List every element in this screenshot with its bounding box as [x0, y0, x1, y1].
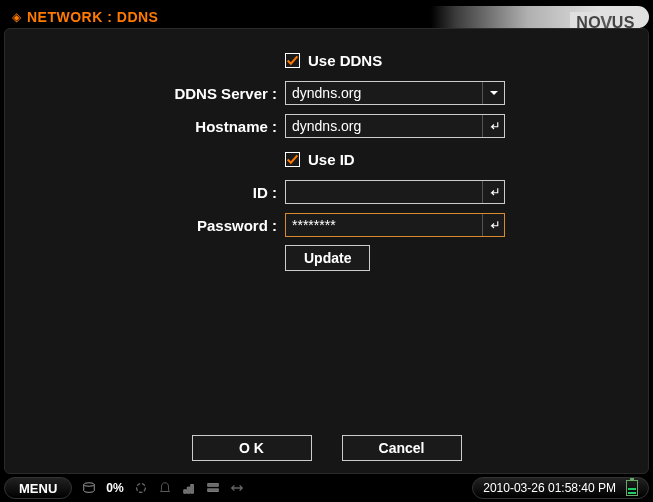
enter-icon [482, 115, 504, 137]
hostname-value: dyndns.org [286, 118, 482, 134]
svg-rect-3 [207, 489, 218, 492]
titlebar: ◈ NETWORK : DDNS NOVUS [4, 6, 649, 28]
ddns-server-value: dyndns.org [286, 85, 482, 101]
use-id-row: Use ID [25, 146, 628, 172]
use-ddns-checkbox[interactable] [285, 53, 300, 68]
seq-icon [206, 481, 220, 495]
cancel-button[interactable]: Cancel [342, 435, 462, 461]
id-label: ID : [25, 184, 285, 201]
password-label: Password : [25, 217, 285, 234]
spinner-icon [134, 481, 148, 495]
check-icon [286, 54, 299, 67]
password-input[interactable]: ******** [285, 213, 505, 237]
update-row: Update [25, 245, 628, 271]
hostname-label: Hostname : [25, 118, 285, 135]
ddns-server-row: DDNS Server : dyndns.org [25, 80, 628, 106]
update-button[interactable]: Update [285, 245, 370, 271]
disk-icon [82, 481, 96, 495]
svg-point-0 [84, 483, 95, 487]
enter-icon [482, 181, 504, 203]
statusbar: MENU 0% 2010-03-26 01:58:40 PM [4, 476, 649, 500]
status-indicators: 0% [72, 481, 472, 495]
check-icon [286, 153, 299, 166]
status-datetime-area: 2010-03-26 01:58:40 PM [472, 477, 649, 499]
use-ddns-row: Use DDNS [25, 47, 628, 73]
settings-panel: Use DDNS DDNS Server : dyndns.org Host [4, 28, 649, 474]
dialog-buttons: O K Cancel [5, 435, 648, 461]
id-row: ID : [25, 179, 628, 205]
id-input[interactable] [285, 180, 505, 204]
hostname-row: Hostname : dyndns.org [25, 113, 628, 139]
use-id-checkbox[interactable] [285, 152, 300, 167]
ddns-server-select[interactable]: dyndns.org [285, 81, 505, 105]
ddns-server-label: DDNS Server : [25, 85, 285, 102]
disk-percent: 0% [106, 481, 123, 495]
svg-point-1 [136, 484, 145, 493]
use-ddns-label: Use DDNS [308, 52, 382, 69]
enter-icon [482, 214, 504, 236]
status-datetime: 2010-03-26 01:58:40 PM [483, 481, 616, 495]
battery-icon [626, 480, 638, 496]
svg-rect-2 [207, 484, 218, 487]
bell-icon [158, 481, 172, 495]
signal-icon [182, 481, 196, 495]
title-bullet-icon: ◈ [12, 10, 21, 24]
password-value: ******** [286, 217, 482, 233]
password-row: Password : ******** [25, 212, 628, 238]
use-id-label: Use ID [308, 151, 355, 168]
ok-button[interactable]: O K [192, 435, 312, 461]
breadcrumb: NETWORK : DDNS [27, 9, 158, 25]
menu-button[interactable]: MENU [4, 477, 72, 499]
hostname-input[interactable]: dyndns.org [285, 114, 505, 138]
chevron-down-icon [482, 82, 504, 104]
title-pill: ◈ NETWORK : DDNS [4, 6, 166, 28]
arrows-icon [230, 481, 244, 495]
